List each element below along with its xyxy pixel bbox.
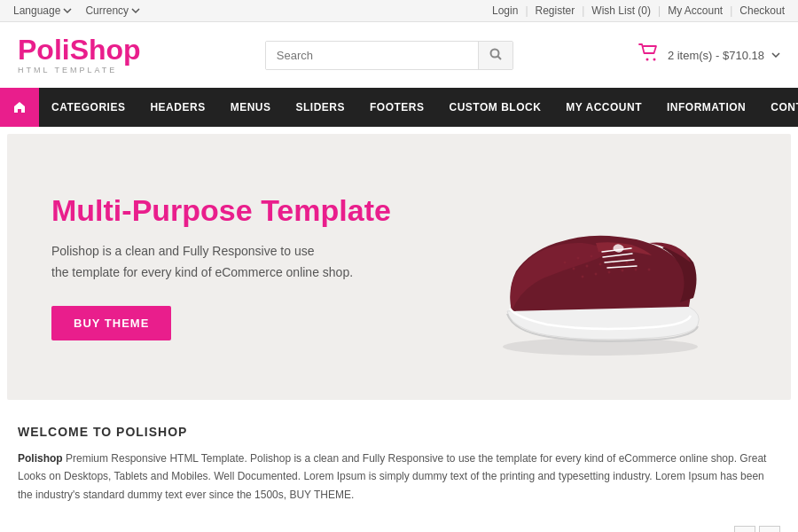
cart-chevron-icon — [771, 52, 780, 58]
svg-point-7 — [591, 255, 593, 258]
search-button[interactable] — [478, 42, 512, 69]
buy-theme-button[interactable]: BUY THEME — [51, 306, 171, 340]
checkout-link[interactable]: Checkout — [739, 4, 785, 17]
svg-point-13 — [626, 262, 629, 264]
separator: | — [525, 4, 528, 17]
logo-text: PoliShop — [18, 35, 141, 64]
search-bar — [265, 41, 513, 70]
svg-point-10 — [586, 265, 589, 268]
svg-point-3 — [653, 59, 655, 61]
nav-home-button[interactable] — [0, 88, 39, 127]
language-label: Language — [13, 4, 60, 17]
welcome-body: Polishop Premium Responsive HTML Templat… — [18, 450, 780, 504]
separator: | — [658, 4, 661, 17]
featured-next-button[interactable]: › — [759, 526, 780, 532]
nav-item-information[interactable]: INFORMATION — [654, 88, 758, 127]
separator: | — [582, 4, 584, 17]
header: PoliShop HTML TEMPLATE 2 item(s) - $710.… — [0, 22, 798, 88]
hero-title-normal: Multi-Purpose — [51, 193, 253, 227]
home-icon — [12, 100, 27, 114]
language-dropdown[interactable]: Language — [13, 4, 72, 17]
nav-item-custom-block[interactable]: CUSTOM BLOCK — [437, 88, 554, 127]
svg-point-18 — [635, 269, 638, 271]
nav-item-footers[interactable]: FOOTERS — [357, 88, 437, 127]
cart-area[interactable]: 2 item(s) - $710.18 — [638, 43, 780, 67]
svg-point-0 — [490, 49, 498, 57]
featured-prev-button[interactable]: ‹ — [734, 526, 755, 532]
top-bar-right: Login | Register | Wish List (0) | My Ac… — [492, 4, 785, 17]
logo-subtitle: HTML TEMPLATE — [18, 66, 141, 74]
hero-description: Polishop is a clean and Fully Responsive… — [51, 241, 445, 284]
svg-point-2 — [645, 59, 648, 61]
top-bar: Language Currency Login | Register | Wis… — [0, 0, 798, 22]
shoe-illustration — [458, 174, 733, 360]
search-input[interactable] — [266, 42, 478, 69]
cart-text: 2 item(s) - $710.18 — [668, 49, 764, 62]
logo-part1: Poli — [18, 34, 70, 66]
cart-icon — [638, 43, 661, 67]
search-icon — [489, 48, 502, 60]
register-link[interactable]: Register — [536, 4, 575, 17]
chevron-down-icon — [63, 6, 72, 15]
my-account-link[interactable]: My Account — [668, 4, 723, 17]
welcome-title: WELCOME TO POLISHOP — [18, 425, 780, 439]
hero-text-block: Multi-Purpose Template Polishop is a cle… — [51, 193, 445, 340]
welcome-body-text: Premium Responsive HTML Template. Polish… — [18, 452, 766, 501]
nav-item-sliders[interactable]: SLIDERS — [283, 88, 357, 127]
currency-label: Currency — [85, 4, 129, 17]
svg-point-11 — [599, 263, 602, 266]
svg-point-17 — [622, 270, 624, 272]
main-nav: CATEGORIES HEADERS MENUS SLIDERS FOOTERS… — [0, 88, 798, 127]
nav-item-contact-us[interactable]: CONTACT US — [758, 88, 798, 127]
hero-title: Multi-Purpose Template — [51, 193, 445, 228]
svg-point-19 — [648, 269, 651, 271]
welcome-section: WELCOME TO POLISHOP Polishop Premium Res… — [0, 407, 798, 512]
svg-point-15 — [595, 273, 598, 276]
welcome-brand: Polishop — [18, 452, 63, 465]
nav-item-headers[interactable]: HEADERS — [137, 88, 217, 127]
svg-point-16 — [608, 271, 611, 274]
svg-point-14 — [582, 276, 584, 278]
svg-line-1 — [497, 56, 501, 59]
logo[interactable]: PoliShop HTML TEMPLATE — [18, 35, 141, 74]
currency-dropdown[interactable]: Currency — [85, 4, 140, 17]
chevron-down-icon — [131, 6, 140, 15]
separator: | — [730, 4, 732, 17]
login-link[interactable]: Login — [492, 4, 518, 17]
svg-point-9 — [573, 268, 575, 270]
wishlist-link[interactable]: Wish List (0) — [591, 4, 651, 17]
hero-title-colored: Template — [261, 193, 391, 227]
nav-item-categories[interactable]: CATEGORIES — [39, 88, 137, 127]
featured-section: FEATURED ‹ › — [0, 512, 798, 532]
logo-part2: Shop — [70, 34, 141, 66]
top-bar-left: Language Currency — [13, 4, 140, 17]
featured-header: FEATURED ‹ › — [18, 526, 780, 532]
hero-banner: Multi-Purpose Template Polishop is a cle… — [7, 134, 791, 400]
nav-item-my-account[interactable]: MY ACCOUNT — [553, 88, 654, 127]
svg-point-6 — [577, 257, 580, 260]
featured-navigation: ‹ › — [734, 526, 780, 532]
svg-point-5 — [564, 262, 567, 264]
cart-svg — [638, 43, 661, 62]
nav-item-menus[interactable]: MENUS — [218, 88, 284, 127]
hero-image — [445, 169, 747, 364]
